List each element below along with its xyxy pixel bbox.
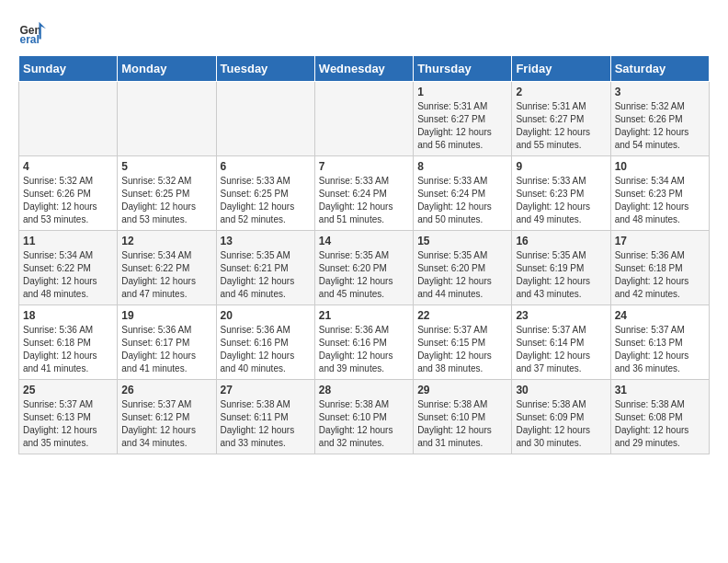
calendar-cell: 27Sunrise: 5:38 AM Sunset: 6:11 PM Dayli… xyxy=(216,380,314,454)
day-number: 28 xyxy=(319,384,409,396)
day-number: 8 xyxy=(417,160,507,173)
day-number: 12 xyxy=(121,235,211,247)
day-info: Sunrise: 5:33 AM Sunset: 6:23 PM Dayligh… xyxy=(516,175,606,226)
day-number: 14 xyxy=(319,235,409,247)
day-info: Sunrise: 5:32 AM Sunset: 6:26 PM Dayligh… xyxy=(23,175,113,226)
calendar-body: 1Sunrise: 5:31 AM Sunset: 6:27 PM Daylig… xyxy=(19,82,710,454)
calendar-cell: 31Sunrise: 5:38 AM Sunset: 6:08 PM Dayli… xyxy=(610,380,709,454)
day-info: Sunrise: 5:37 AM Sunset: 6:13 PM Dayligh… xyxy=(615,324,705,375)
header: Gen eral xyxy=(18,18,710,46)
calendar-cell: 16Sunrise: 5:35 AM Sunset: 6:19 PM Dayli… xyxy=(512,231,610,305)
calendar-cell: 5Sunrise: 5:32 AM Sunset: 6:25 PM Daylig… xyxy=(118,156,216,231)
day-info: Sunrise: 5:34 AM Sunset: 6:23 PM Dayligh… xyxy=(615,175,705,226)
day-info: Sunrise: 5:37 AM Sunset: 6:13 PM Dayligh… xyxy=(23,398,113,450)
calendar-cell xyxy=(19,82,118,156)
calendar-cell: 9Sunrise: 5:33 AM Sunset: 6:23 PM Daylig… xyxy=(512,156,610,231)
calendar-week-5: 25Sunrise: 5:37 AM Sunset: 6:13 PM Dayli… xyxy=(19,380,710,454)
calendar-cell: 19Sunrise: 5:36 AM Sunset: 6:17 PM Dayli… xyxy=(118,305,216,380)
weekday-header-saturday: Saturday xyxy=(610,56,709,82)
day-number: 22 xyxy=(417,309,507,322)
day-info: Sunrise: 5:35 AM Sunset: 6:20 PM Dayligh… xyxy=(417,249,507,301)
calendar-week-3: 11Sunrise: 5:34 AM Sunset: 6:22 PM Dayli… xyxy=(19,231,710,305)
day-info: Sunrise: 5:33 AM Sunset: 6:24 PM Dayligh… xyxy=(417,175,507,226)
day-info: Sunrise: 5:38 AM Sunset: 6:10 PM Dayligh… xyxy=(417,398,507,450)
day-info: Sunrise: 5:38 AM Sunset: 6:09 PM Dayligh… xyxy=(516,398,606,450)
day-info: Sunrise: 5:37 AM Sunset: 6:12 PM Dayligh… xyxy=(121,398,211,450)
day-number: 4 xyxy=(23,160,113,173)
weekday-header-tuesday: Tuesday xyxy=(216,56,314,82)
day-number: 17 xyxy=(615,235,705,247)
day-number: 10 xyxy=(615,160,705,173)
calendar-cell: 8Sunrise: 5:33 AM Sunset: 6:24 PM Daylig… xyxy=(414,156,512,231)
calendar-week-4: 18Sunrise: 5:36 AM Sunset: 6:18 PM Dayli… xyxy=(19,305,710,380)
calendar-cell: 26Sunrise: 5:37 AM Sunset: 6:12 PM Dayli… xyxy=(118,380,216,454)
weekday-header-friday: Friday xyxy=(512,56,610,82)
day-info: Sunrise: 5:33 AM Sunset: 6:24 PM Dayligh… xyxy=(319,175,409,226)
calendar-cell: 29Sunrise: 5:38 AM Sunset: 6:10 PM Dayli… xyxy=(414,380,512,454)
day-number: 27 xyxy=(221,384,311,396)
day-info: Sunrise: 5:36 AM Sunset: 6:18 PM Dayligh… xyxy=(615,249,705,301)
calendar-week-1: 1Sunrise: 5:31 AM Sunset: 6:27 PM Daylig… xyxy=(19,82,710,156)
weekday-header-wednesday: Wednesday xyxy=(314,56,413,82)
calendar-cell: 23Sunrise: 5:37 AM Sunset: 6:14 PM Dayli… xyxy=(512,305,610,380)
calendar-table: SundayMondayTuesdayWednesdayThursdayFrid… xyxy=(18,55,710,454)
day-number: 25 xyxy=(23,384,113,396)
weekday-header-sunday: Sunday xyxy=(19,56,118,82)
day-number: 16 xyxy=(516,235,606,247)
calendar-cell: 12Sunrise: 5:34 AM Sunset: 6:22 PM Dayli… xyxy=(118,231,216,305)
calendar-cell: 21Sunrise: 5:36 AM Sunset: 6:16 PM Dayli… xyxy=(314,305,413,380)
day-number: 23 xyxy=(516,309,606,322)
day-info: Sunrise: 5:36 AM Sunset: 6:16 PM Dayligh… xyxy=(319,324,409,375)
day-number: 9 xyxy=(516,160,606,173)
day-info: Sunrise: 5:36 AM Sunset: 6:17 PM Dayligh… xyxy=(121,324,211,375)
day-info: Sunrise: 5:34 AM Sunset: 6:22 PM Dayligh… xyxy=(121,249,211,301)
weekday-header-monday: Monday xyxy=(118,56,216,82)
calendar-cell: 18Sunrise: 5:36 AM Sunset: 6:18 PM Dayli… xyxy=(19,305,118,380)
calendar-cell: 7Sunrise: 5:33 AM Sunset: 6:24 PM Daylig… xyxy=(314,156,413,231)
day-number: 21 xyxy=(319,309,409,322)
calendar-cell: 22Sunrise: 5:37 AM Sunset: 6:15 PM Dayli… xyxy=(414,305,512,380)
day-number: 1 xyxy=(417,86,507,98)
calendar-cell: 30Sunrise: 5:38 AM Sunset: 6:09 PM Dayli… xyxy=(512,380,610,454)
calendar-cell: 10Sunrise: 5:34 AM Sunset: 6:23 PM Dayli… xyxy=(610,156,709,231)
svg-text:eral: eral xyxy=(20,33,40,46)
calendar-cell xyxy=(118,82,216,156)
day-number: 7 xyxy=(319,160,409,173)
day-info: Sunrise: 5:31 AM Sunset: 6:27 PM Dayligh… xyxy=(516,100,606,152)
calendar-cell: 4Sunrise: 5:32 AM Sunset: 6:26 PM Daylig… xyxy=(19,156,118,231)
calendar-cell: 6Sunrise: 5:33 AM Sunset: 6:25 PM Daylig… xyxy=(216,156,314,231)
weekday-header-thursday: Thursday xyxy=(414,56,512,82)
day-number: 11 xyxy=(23,235,113,247)
day-number: 20 xyxy=(221,309,311,322)
day-number: 15 xyxy=(417,235,507,247)
weekday-header-row: SundayMondayTuesdayWednesdayThursdayFrid… xyxy=(19,56,710,82)
day-info: Sunrise: 5:36 AM Sunset: 6:16 PM Dayligh… xyxy=(221,324,311,375)
day-number: 29 xyxy=(417,384,507,396)
day-number: 31 xyxy=(615,384,705,396)
calendar-cell: 11Sunrise: 5:34 AM Sunset: 6:22 PM Dayli… xyxy=(19,231,118,305)
calendar-cell: 2Sunrise: 5:31 AM Sunset: 6:27 PM Daylig… xyxy=(512,82,610,156)
day-info: Sunrise: 5:34 AM Sunset: 6:22 PM Dayligh… xyxy=(23,249,113,301)
logo: Gen eral xyxy=(18,18,50,46)
day-number: 6 xyxy=(221,160,311,173)
day-info: Sunrise: 5:37 AM Sunset: 6:14 PM Dayligh… xyxy=(516,324,606,375)
day-info: Sunrise: 5:37 AM Sunset: 6:15 PM Dayligh… xyxy=(417,324,507,375)
day-info: Sunrise: 5:38 AM Sunset: 6:10 PM Dayligh… xyxy=(319,398,409,450)
calendar-cell: 15Sunrise: 5:35 AM Sunset: 6:20 PM Dayli… xyxy=(414,231,512,305)
day-number: 5 xyxy=(121,160,211,173)
calendar-cell: 17Sunrise: 5:36 AM Sunset: 6:18 PM Dayli… xyxy=(610,231,709,305)
calendar-cell xyxy=(314,82,413,156)
svg-rect-3 xyxy=(40,26,41,40)
day-number: 13 xyxy=(221,235,311,247)
day-info: Sunrise: 5:35 AM Sunset: 6:21 PM Dayligh… xyxy=(221,249,311,301)
calendar-header: SundayMondayTuesdayWednesdayThursdayFrid… xyxy=(19,56,710,82)
day-number: 26 xyxy=(121,384,211,396)
calendar-cell: 24Sunrise: 5:37 AM Sunset: 6:13 PM Dayli… xyxy=(610,305,709,380)
day-number: 24 xyxy=(615,309,705,322)
calendar-cell: 28Sunrise: 5:38 AM Sunset: 6:10 PM Dayli… xyxy=(314,380,413,454)
day-info: Sunrise: 5:31 AM Sunset: 6:27 PM Dayligh… xyxy=(417,100,507,152)
calendar-cell: 14Sunrise: 5:35 AM Sunset: 6:20 PM Dayli… xyxy=(314,231,413,305)
calendar-cell: 3Sunrise: 5:32 AM Sunset: 6:26 PM Daylig… xyxy=(610,82,709,156)
day-info: Sunrise: 5:35 AM Sunset: 6:20 PM Dayligh… xyxy=(319,249,409,301)
day-number: 18 xyxy=(23,309,113,322)
